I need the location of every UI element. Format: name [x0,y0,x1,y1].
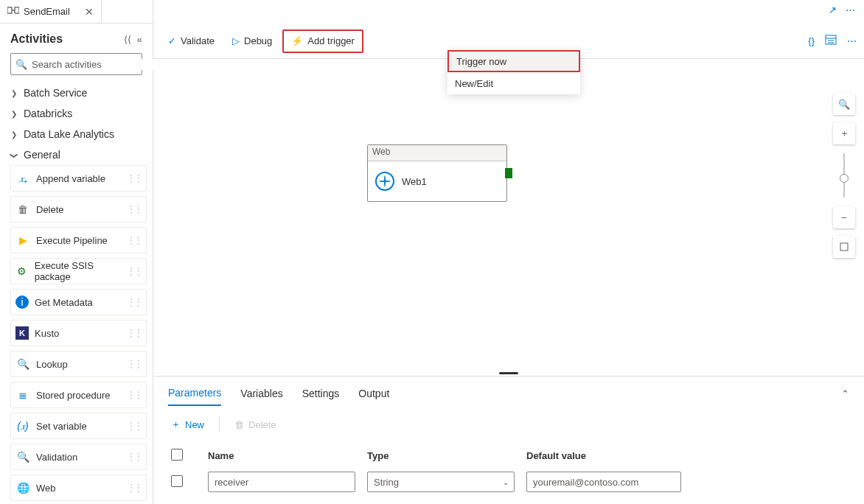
panel-resize-handle[interactable] [153,370,864,376]
validate-button[interactable]: ✓ Validate [161,29,222,53]
pipeline-icon [7,5,19,18]
new-parameter-button[interactable]: ＋ New [171,418,204,431]
success-connector[interactable] [505,168,512,178]
select-all-checkbox[interactable] [171,449,183,461]
canvas-search-button[interactable]: 🔍 [833,93,855,115]
activity-web[interactable]: 🌐 Web ⋮⋮ [10,475,147,501]
play-icon: ▷ [232,35,240,46]
fit-to-screen-button[interactable] [833,236,855,258]
kusto-icon: K [15,326,29,340]
drag-handle-icon: ⋮⋮ [127,483,142,493]
divider [219,416,220,433]
activity-kusto[interactable]: K Kusto ⋮⋮ [10,320,147,346]
svg-rect-0 [7,7,12,13]
ssis-icon: ⚙ [15,264,29,279]
search-icon: 🔍 [15,59,27,70]
parameter-row: ⌄ [171,467,846,497]
close-icon[interactable]: ✕ [85,6,94,18]
drag-handle-icon: ⋮⋮ [127,421,142,431]
trash-icon: 🗑 [15,202,30,217]
activity-stored-procedure[interactable]: ≣ Stored procedure ⋮⋮ [10,382,147,408]
svg-rect-1 [15,7,19,13]
add-trigger-button[interactable]: ⚡ Add trigger [282,29,363,53]
code-icon[interactable]: {} [808,35,815,46]
activity-get-metadata[interactable]: i Get Metadata ⋮⋮ [10,289,147,315]
toolbar-more-icon[interactable]: ⋯ [847,35,857,46]
col-type-header: Type [367,450,515,461]
activity-set-variable[interactable]: (𝑥) Set variable ⋮⋮ [10,413,147,439]
group-data-lake-analytics[interactable]: ❯ Data Lake Analytics [0,124,153,144]
search-activities[interactable]: 🔍 [10,53,142,75]
stored-proc-icon: ≣ [15,388,30,402]
trigger-new-edit-item[interactable]: New/Edit [447,72,580,94]
trash-icon: 🗑 [234,419,244,430]
trigger-now-item[interactable]: Trigger now [447,50,580,72]
tab-output[interactable]: Output [358,382,389,405]
drag-handle-icon: ⋮⋮ [127,173,142,183]
plus-icon: ＋ [171,418,181,431]
drag-handle-icon: ⋮⋮ [127,452,142,462]
param-default-input[interactable] [526,472,681,492]
drag-handle-icon: ⋮⋮ [127,204,142,214]
trigger-icon: ⚡ [291,35,303,46]
debug-button[interactable]: ▷ Debug [225,29,279,53]
tab-parameters[interactable]: Parameters [168,381,221,406]
group-batch-service[interactable]: ❯ Batch Service [0,83,153,103]
group-general[interactable]: ❯ General [0,144,153,165]
properties-icon[interactable] [825,34,837,48]
node-name: Web1 [402,176,427,187]
activities-heading: Activities [10,32,63,46]
drag-handle-icon: ⋮⋮ [127,328,142,338]
trigger-menu: Trigger now New/Edit [447,50,580,94]
col-default-header: Default value [526,450,681,461]
globe-icon [375,172,394,191]
activity-execute-pipeline[interactable]: ▶ Execute Pipeline ⋮⋮ [10,227,147,253]
pin-icon[interactable]: ⟨⟨ [124,34,131,45]
variable-icon: 𝑥₊ [15,171,30,186]
node-type-label: Web [368,145,506,161]
drag-handle-icon: ⋮⋮ [127,297,142,307]
activity-delete[interactable]: 🗑 Delete ⋮⋮ [10,196,147,223]
tab-variables[interactable]: Variables [240,382,282,405]
drag-handle-icon: ⋮⋮ [127,359,142,369]
activity-validation[interactable]: 🔍 Validation ⋮⋮ [10,444,147,470]
expand-icon[interactable]: ↗ [829,4,837,15]
row-checkbox[interactable] [171,475,183,487]
param-name-input[interactable] [208,472,355,492]
search-input[interactable] [32,59,156,70]
zoom-slider[interactable] [843,153,845,197]
zoom-in-button[interactable]: ＋ [833,122,855,144]
web-icon: 🌐 [15,480,30,495]
canvas-node-web1[interactable]: Web Web1 [367,144,507,202]
activity-lookup[interactable]: 🔍 Lookup ⋮⋮ [10,351,147,377]
chevron-right-icon: ❯ [10,110,18,118]
info-icon: i [15,295,29,309]
drag-handle-icon: ⋮⋮ [127,235,142,245]
delete-parameter-button: 🗑 Delete [234,419,276,430]
svg-rect-7 [840,243,848,251]
zoom-thumb[interactable] [840,174,849,183]
activity-append-variable[interactable]: 𝑥₊ Append variable ⋮⋮ [10,165,147,192]
validation-icon: 🔍 [15,449,30,464]
activity-execute-ssis[interactable]: ⚙ Execute SSIS package ⋮⋮ [10,258,147,284]
group-databricks[interactable]: ❯ Databricks [0,103,153,124]
zoom-out-button[interactable]: − [833,206,855,228]
col-name-header: Name [208,450,355,461]
lookup-icon: 🔍 [15,357,30,371]
collapse-panel-icon[interactable]: ⌃ [841,388,849,399]
drag-handle-icon: ⋮⋮ [127,266,142,276]
check-icon: ✓ [168,35,176,46]
collapse-icon[interactable]: « [137,34,142,45]
more-icon[interactable]: ⋯ [846,4,855,15]
tab-settings[interactable]: Settings [302,382,340,405]
chevron-right-icon: ❯ [10,89,18,97]
chevron-right-icon: ❯ [10,130,18,139]
pipeline-tab-title: SendEmail [24,6,70,17]
pipeline-tab[interactable]: SendEmail ✕ [0,0,102,23]
pipeline-canvas[interactable]: Web Web1 🔍 ＋ − [153,59,864,370]
chevron-down-icon: ⌄ [503,478,509,486]
pipeline-run-icon: ▶ [15,233,30,248]
param-type-select[interactable] [367,472,515,492]
chevron-down-icon: ❯ [10,151,18,158]
set-variable-icon: (𝑥) [15,419,30,433]
